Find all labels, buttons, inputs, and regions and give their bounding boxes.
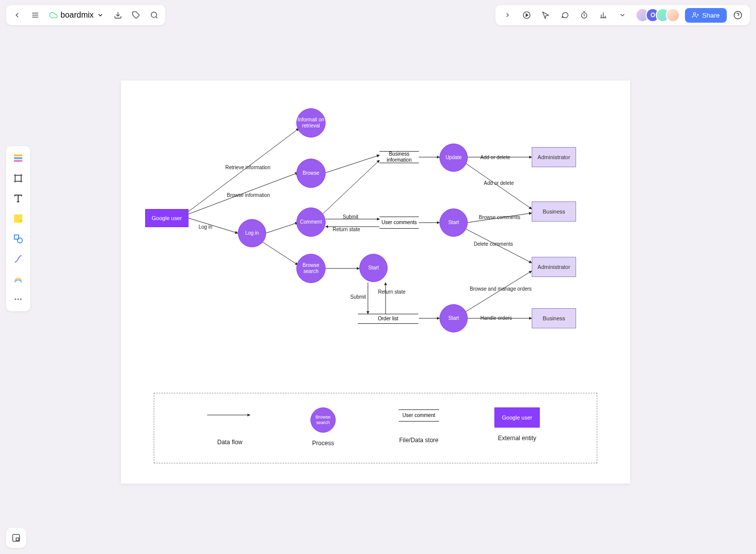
process-browse[interactable]: Browse — [296, 159, 326, 188]
edge-label: Browse and manage orders — [470, 286, 532, 292]
legend-label: File/Data store — [399, 437, 438, 444]
store-order-list[interactable]: Order list — [358, 314, 418, 324]
svg-point-31 — [15, 299, 16, 300]
templates-icon — [13, 153, 24, 164]
process-start-3[interactable]: Start — [439, 304, 468, 332]
svg-point-33 — [20, 299, 22, 300]
entity-administrator-2[interactable]: Administrator — [532, 257, 576, 277]
search-button[interactable] — [146, 7, 162, 23]
legend-label: Process — [312, 440, 334, 447]
pen-tool[interactable] — [9, 270, 27, 288]
edge-label: Add or delete — [484, 180, 514, 186]
shape-icon — [13, 234, 23, 244]
templates-tool[interactable] — [9, 149, 27, 167]
cursor-icon — [542, 11, 550, 19]
chevron-down-icon — [619, 12, 626, 19]
minimap-toggle[interactable] — [6, 528, 26, 548]
svg-rect-21 — [15, 175, 21, 181]
download-button[interactable] — [110, 7, 126, 23]
project-title-button[interactable]: boardmix — [45, 7, 108, 23]
share-icon — [692, 12, 699, 19]
process-login[interactable]: Log in — [238, 219, 266, 247]
share-button[interactable]: Share — [685, 8, 727, 23]
legend-process-sample: Browse search — [310, 407, 336, 433]
more-button[interactable] — [614, 7, 631, 23]
canvas[interactable]: Google user Informati on retrieval Brows… — [121, 81, 630, 483]
cloud-icon — [49, 11, 57, 19]
chart-icon — [599, 11, 607, 19]
entity-google-user[interactable]: Google user — [145, 209, 188, 227]
edge-label: Retrieve information — [225, 165, 270, 170]
help-button[interactable] — [730, 7, 746, 23]
legend-label: Data flow — [217, 439, 242, 446]
legend-entity: Google user External entity — [487, 407, 547, 442]
toolbar-right: O Share — [495, 5, 750, 25]
svg-line-5 — [156, 17, 157, 18]
sticky-note-tool[interactable] — [9, 210, 27, 228]
edge-label: Browse comments — [479, 215, 520, 220]
pen-icon — [13, 274, 23, 284]
process-comment[interactable]: Comment — [296, 207, 326, 237]
edge-label: Delete comments — [474, 241, 513, 247]
svg-point-32 — [18, 299, 19, 300]
svg-line-38 — [188, 218, 238, 233]
chevron-right-icon — [504, 12, 511, 19]
store-user-comments[interactable]: User comments — [380, 217, 419, 229]
toolbar-left: boardmix — [6, 5, 165, 25]
edge-label: Log in — [199, 224, 212, 230]
share-label: Share — [702, 12, 720, 19]
svg-rect-19 — [14, 157, 23, 159]
connector-tool[interactable] — [9, 250, 27, 268]
chevron-down-icon — [97, 12, 104, 19]
entity-administrator-1[interactable]: Administrator — [532, 147, 576, 167]
menu-button[interactable] — [27, 7, 43, 23]
avatar[interactable] — [666, 8, 680, 22]
edge-label: Add or delete — [480, 155, 511, 160]
download-icon — [114, 11, 122, 19]
menu-icon — [31, 11, 39, 19]
entity-business-2[interactable]: Business — [532, 308, 576, 328]
text-tool[interactable] — [9, 189, 27, 207]
more-tools[interactable] — [9, 290, 27, 308]
process-start-2[interactable]: Start — [359, 254, 388, 282]
process-info-retrieval[interactable]: Informati on retrieval — [296, 108, 326, 137]
svg-rect-20 — [14, 160, 23, 162]
frame-tool[interactable] — [9, 169, 27, 187]
frame-icon — [13, 173, 23, 183]
svg-line-42 — [323, 160, 380, 214]
play-button[interactable] — [519, 7, 535, 23]
text-icon — [13, 193, 23, 203]
back-button[interactable] — [9, 7, 25, 23]
svg-rect-28 — [14, 215, 23, 223]
collaborator-avatars[interactable]: O — [636, 8, 680, 22]
edge-label: Return state — [378, 289, 405, 295]
svg-point-4 — [151, 12, 157, 18]
expand-button[interactable] — [499, 7, 516, 23]
svg-line-56 — [465, 271, 532, 312]
cursor-button[interactable] — [538, 7, 554, 23]
timer-button[interactable] — [576, 7, 592, 23]
project-title: boardmix — [60, 11, 94, 20]
shape-tool[interactable] — [9, 230, 27, 248]
chart-button[interactable] — [595, 7, 611, 23]
svg-line-40 — [262, 242, 298, 265]
legend-process: Browse search Process — [300, 407, 346, 447]
process-update[interactable]: Update — [439, 144, 468, 172]
entity-business-1[interactable]: Business — [532, 201, 576, 222]
edge-label: Return state — [333, 227, 360, 232]
legend-dataflow: Data flow — [200, 407, 260, 446]
process-browse-search[interactable]: Browse search — [296, 254, 326, 283]
legend-store-sample: User comment — [399, 409, 439, 422]
store-business-info[interactable]: Business information — [380, 151, 419, 163]
comment-button[interactable] — [557, 7, 573, 23]
svg-marker-7 — [526, 14, 528, 16]
comment-icon — [561, 11, 569, 19]
edge-label: Submit — [350, 294, 366, 300]
sticky-note-icon — [13, 213, 24, 224]
legend-label: External entity — [498, 435, 536, 442]
process-start-1[interactable]: Start — [439, 209, 468, 237]
svg-rect-18 — [14, 155, 23, 157]
tag-button[interactable] — [128, 7, 144, 23]
timer-icon — [580, 11, 588, 19]
edge-label: Submit — [343, 214, 358, 220]
